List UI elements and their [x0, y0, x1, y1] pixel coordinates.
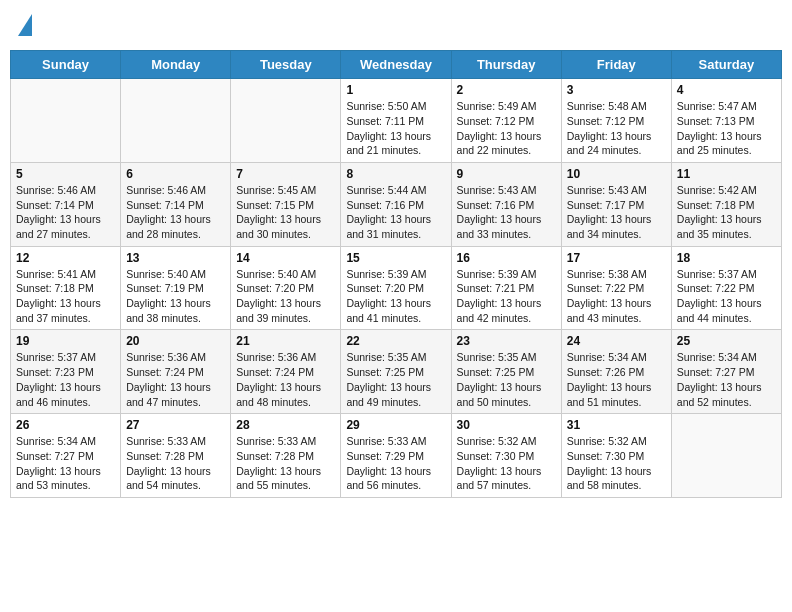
- day-number: 14: [236, 251, 335, 265]
- weekday-header-thursday: Thursday: [451, 51, 561, 79]
- weekday-header-monday: Monday: [121, 51, 231, 79]
- day-number: 10: [567, 167, 666, 181]
- day-number: 19: [16, 334, 115, 348]
- calendar-cell: 6Sunrise: 5:46 AMSunset: 7:14 PMDaylight…: [121, 162, 231, 246]
- calendar-cell: 2Sunrise: 5:49 AMSunset: 7:12 PMDaylight…: [451, 79, 561, 163]
- calendar-cell: 22Sunrise: 5:35 AMSunset: 7:25 PMDayligh…: [341, 330, 451, 414]
- day-number: 24: [567, 334, 666, 348]
- day-number: 7: [236, 167, 335, 181]
- calendar-cell: 30Sunrise: 5:32 AMSunset: 7:30 PMDayligh…: [451, 414, 561, 498]
- day-number: 8: [346, 167, 445, 181]
- week-row-2: 5Sunrise: 5:46 AMSunset: 7:14 PMDaylight…: [11, 162, 782, 246]
- day-number: 20: [126, 334, 225, 348]
- day-info: Sunrise: 5:47 AMSunset: 7:13 PMDaylight:…: [677, 99, 776, 158]
- calendar-cell: 8Sunrise: 5:44 AMSunset: 7:16 PMDaylight…: [341, 162, 451, 246]
- calendar-cell: 27Sunrise: 5:33 AMSunset: 7:28 PMDayligh…: [121, 414, 231, 498]
- calendar-cell: [11, 79, 121, 163]
- calendar-cell: 3Sunrise: 5:48 AMSunset: 7:12 PMDaylight…: [561, 79, 671, 163]
- calendar-cell: 9Sunrise: 5:43 AMSunset: 7:16 PMDaylight…: [451, 162, 561, 246]
- calendar-cell: 14Sunrise: 5:40 AMSunset: 7:20 PMDayligh…: [231, 246, 341, 330]
- day-info: Sunrise: 5:40 AMSunset: 7:19 PMDaylight:…: [126, 267, 225, 326]
- day-number: 23: [457, 334, 556, 348]
- day-info: Sunrise: 5:36 AMSunset: 7:24 PMDaylight:…: [236, 350, 335, 409]
- calendar-cell: 24Sunrise: 5:34 AMSunset: 7:26 PMDayligh…: [561, 330, 671, 414]
- calendar-cell: 11Sunrise: 5:42 AMSunset: 7:18 PMDayligh…: [671, 162, 781, 246]
- day-number: 6: [126, 167, 225, 181]
- calendar-cell: 18Sunrise: 5:37 AMSunset: 7:22 PMDayligh…: [671, 246, 781, 330]
- week-row-3: 12Sunrise: 5:41 AMSunset: 7:18 PMDayligh…: [11, 246, 782, 330]
- calendar-cell: 15Sunrise: 5:39 AMSunset: 7:20 PMDayligh…: [341, 246, 451, 330]
- day-number: 17: [567, 251, 666, 265]
- day-info: Sunrise: 5:39 AMSunset: 7:21 PMDaylight:…: [457, 267, 556, 326]
- day-info: Sunrise: 5:43 AMSunset: 7:16 PMDaylight:…: [457, 183, 556, 242]
- day-number: 4: [677, 83, 776, 97]
- day-info: Sunrise: 5:39 AMSunset: 7:20 PMDaylight:…: [346, 267, 445, 326]
- day-info: Sunrise: 5:40 AMSunset: 7:20 PMDaylight:…: [236, 267, 335, 326]
- calendar-cell: 26Sunrise: 5:34 AMSunset: 7:27 PMDayligh…: [11, 414, 121, 498]
- calendar-cell: 5Sunrise: 5:46 AMSunset: 7:14 PMDaylight…: [11, 162, 121, 246]
- day-info: Sunrise: 5:34 AMSunset: 7:27 PMDaylight:…: [16, 434, 115, 493]
- calendar-cell: 29Sunrise: 5:33 AMSunset: 7:29 PMDayligh…: [341, 414, 451, 498]
- calendar-body: 1Sunrise: 5:50 AMSunset: 7:11 PMDaylight…: [11, 79, 782, 498]
- day-info: Sunrise: 5:33 AMSunset: 7:28 PMDaylight:…: [126, 434, 225, 493]
- day-info: Sunrise: 5:34 AMSunset: 7:27 PMDaylight:…: [677, 350, 776, 409]
- calendar-cell: 10Sunrise: 5:43 AMSunset: 7:17 PMDayligh…: [561, 162, 671, 246]
- day-number: 15: [346, 251, 445, 265]
- day-info: Sunrise: 5:43 AMSunset: 7:17 PMDaylight:…: [567, 183, 666, 242]
- calendar-cell: 28Sunrise: 5:33 AMSunset: 7:28 PMDayligh…: [231, 414, 341, 498]
- calendar-cell: 13Sunrise: 5:40 AMSunset: 7:19 PMDayligh…: [121, 246, 231, 330]
- day-info: Sunrise: 5:46 AMSunset: 7:14 PMDaylight:…: [16, 183, 115, 242]
- day-number: 16: [457, 251, 556, 265]
- day-info: Sunrise: 5:37 AMSunset: 7:23 PMDaylight:…: [16, 350, 115, 409]
- day-info: Sunrise: 5:37 AMSunset: 7:22 PMDaylight:…: [677, 267, 776, 326]
- calendar-cell: [231, 79, 341, 163]
- day-info: Sunrise: 5:38 AMSunset: 7:22 PMDaylight:…: [567, 267, 666, 326]
- day-info: Sunrise: 5:32 AMSunset: 7:30 PMDaylight:…: [567, 434, 666, 493]
- day-number: 1: [346, 83, 445, 97]
- day-info: Sunrise: 5:33 AMSunset: 7:28 PMDaylight:…: [236, 434, 335, 493]
- day-number: 9: [457, 167, 556, 181]
- day-info: Sunrise: 5:50 AMSunset: 7:11 PMDaylight:…: [346, 99, 445, 158]
- calendar-cell: 21Sunrise: 5:36 AMSunset: 7:24 PMDayligh…: [231, 330, 341, 414]
- weekday-row: SundayMondayTuesdayWednesdayThursdayFrid…: [11, 51, 782, 79]
- calendar-cell: 1Sunrise: 5:50 AMSunset: 7:11 PMDaylight…: [341, 79, 451, 163]
- logo-icon: [18, 14, 32, 36]
- day-number: 2: [457, 83, 556, 97]
- day-info: Sunrise: 5:35 AMSunset: 7:25 PMDaylight:…: [457, 350, 556, 409]
- calendar-cell: 23Sunrise: 5:35 AMSunset: 7:25 PMDayligh…: [451, 330, 561, 414]
- day-number: 3: [567, 83, 666, 97]
- calendar-cell: 25Sunrise: 5:34 AMSunset: 7:27 PMDayligh…: [671, 330, 781, 414]
- calendar-cell: 7Sunrise: 5:45 AMSunset: 7:15 PMDaylight…: [231, 162, 341, 246]
- day-number: 13: [126, 251, 225, 265]
- day-info: Sunrise: 5:36 AMSunset: 7:24 PMDaylight:…: [126, 350, 225, 409]
- day-number: 31: [567, 418, 666, 432]
- day-info: Sunrise: 5:46 AMSunset: 7:14 PMDaylight:…: [126, 183, 225, 242]
- week-row-5: 26Sunrise: 5:34 AMSunset: 7:27 PMDayligh…: [11, 414, 782, 498]
- calendar-cell: 20Sunrise: 5:36 AMSunset: 7:24 PMDayligh…: [121, 330, 231, 414]
- day-info: Sunrise: 5:35 AMSunset: 7:25 PMDaylight:…: [346, 350, 445, 409]
- day-info: Sunrise: 5:44 AMSunset: 7:16 PMDaylight:…: [346, 183, 445, 242]
- calendar-cell: 19Sunrise: 5:37 AMSunset: 7:23 PMDayligh…: [11, 330, 121, 414]
- week-row-4: 19Sunrise: 5:37 AMSunset: 7:23 PMDayligh…: [11, 330, 782, 414]
- day-info: Sunrise: 5:32 AMSunset: 7:30 PMDaylight:…: [457, 434, 556, 493]
- day-info: Sunrise: 5:34 AMSunset: 7:26 PMDaylight:…: [567, 350, 666, 409]
- calendar-cell: 17Sunrise: 5:38 AMSunset: 7:22 PMDayligh…: [561, 246, 671, 330]
- calendar-cell: [671, 414, 781, 498]
- logo: [16, 14, 32, 38]
- weekday-header-wednesday: Wednesday: [341, 51, 451, 79]
- day-info: Sunrise: 5:42 AMSunset: 7:18 PMDaylight:…: [677, 183, 776, 242]
- day-number: 28: [236, 418, 335, 432]
- calendar-cell: [121, 79, 231, 163]
- day-number: 5: [16, 167, 115, 181]
- weekday-header-friday: Friday: [561, 51, 671, 79]
- calendar-cell: 12Sunrise: 5:41 AMSunset: 7:18 PMDayligh…: [11, 246, 121, 330]
- day-info: Sunrise: 5:48 AMSunset: 7:12 PMDaylight:…: [567, 99, 666, 158]
- calendar-header: SundayMondayTuesdayWednesdayThursdayFrid…: [11, 51, 782, 79]
- page-header: [10, 10, 782, 42]
- day-number: 21: [236, 334, 335, 348]
- day-number: 12: [16, 251, 115, 265]
- day-number: 30: [457, 418, 556, 432]
- day-info: Sunrise: 5:45 AMSunset: 7:15 PMDaylight:…: [236, 183, 335, 242]
- day-number: 26: [16, 418, 115, 432]
- day-number: 18: [677, 251, 776, 265]
